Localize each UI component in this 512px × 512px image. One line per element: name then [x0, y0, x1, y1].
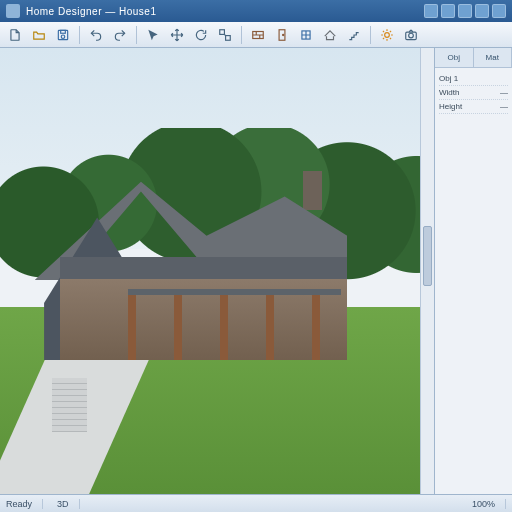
vertical-scrollbar[interactable] — [420, 48, 434, 494]
scene-house — [35, 182, 347, 360]
scene-steps — [52, 378, 87, 432]
panel-tabs: Obj Mat — [435, 48, 512, 68]
window-button[interactable] — [295, 25, 317, 45]
scale-button[interactable] — [214, 25, 236, 45]
wall-icon — [251, 28, 265, 42]
property-value[interactable]: — — [500, 102, 508, 111]
tab-object[interactable]: Obj — [435, 48, 474, 67]
folder-open-icon — [32, 28, 46, 42]
save-button[interactable] — [52, 25, 74, 45]
door-button[interactable] — [271, 25, 293, 45]
svg-point-2 — [61, 35, 65, 39]
roof-button[interactable] — [319, 25, 341, 45]
window-titlebar: Home Designer — House1 — [0, 0, 512, 22]
rotate-button[interactable] — [190, 25, 212, 45]
svg-point-11 — [409, 33, 414, 38]
property-value[interactable]: — — [500, 88, 508, 97]
new-button[interactable] — [4, 25, 26, 45]
workspace: Obj Mat Obj 1Width—Height— — [0, 48, 512, 494]
house-chimney — [303, 171, 322, 210]
property-key: Width — [439, 88, 459, 97]
move-icon — [170, 28, 184, 42]
select-button[interactable] — [142, 25, 164, 45]
svg-rect-3 — [220, 29, 225, 34]
disk-icon — [56, 28, 70, 42]
stairs-icon — [347, 28, 361, 42]
scale-icon — [218, 28, 232, 42]
render-scene — [0, 48, 434, 494]
tray-icon[interactable] — [441, 4, 455, 18]
roof-icon — [323, 28, 337, 42]
door-icon — [275, 28, 289, 42]
tray-icon[interactable] — [424, 4, 438, 18]
window-icon — [299, 28, 313, 42]
wall-button[interactable] — [247, 25, 269, 45]
camera-icon — [404, 28, 418, 42]
status-zoom[interactable]: 100% — [472, 499, 506, 509]
properties-panel: Obj Mat Obj 1Width—Height— — [434, 48, 512, 494]
rotate-icon — [194, 28, 208, 42]
statusbar: Ready 3D 100% — [0, 494, 512, 512]
toolbar-separator — [241, 26, 242, 44]
undo-button[interactable] — [85, 25, 107, 45]
property-key: Height — [439, 102, 462, 111]
status-text: Ready — [6, 499, 43, 509]
toolbar-separator — [136, 26, 137, 44]
camera-button[interactable] — [400, 25, 422, 45]
redo-button[interactable] — [109, 25, 131, 45]
stairs-button[interactable] — [343, 25, 365, 45]
house-porch — [128, 289, 341, 360]
property-row: Height— — [439, 100, 508, 114]
svg-point-7 — [283, 34, 284, 35]
svg-rect-4 — [226, 35, 231, 40]
svg-point-9 — [385, 32, 390, 37]
property-row: Width— — [439, 86, 508, 100]
redo-icon — [113, 28, 127, 42]
window-title: Home Designer — House1 — [26, 6, 418, 17]
render-button[interactable] — [376, 25, 398, 45]
toolbar-separator — [370, 26, 371, 44]
cursor-icon — [146, 28, 160, 42]
app-icon — [6, 4, 20, 18]
property-key: Obj 1 — [439, 74, 458, 83]
main-toolbar — [0, 22, 512, 48]
sun-icon — [380, 28, 394, 42]
tray-icon[interactable] — [475, 4, 489, 18]
tab-material[interactable]: Mat — [474, 48, 513, 67]
toolbar-separator — [79, 26, 80, 44]
status-view-mode: 3D — [57, 499, 80, 509]
move-button[interactable] — [166, 25, 188, 45]
tray-icon[interactable] — [492, 4, 506, 18]
svg-rect-1 — [61, 30, 66, 33]
panel-body: Obj 1Width—Height— — [435, 68, 512, 494]
file-icon — [8, 28, 22, 42]
property-row: Obj 1 — [439, 72, 508, 86]
undo-icon — [89, 28, 103, 42]
scrollbar-thumb[interactable] — [423, 226, 432, 286]
viewport-3d[interactable] — [0, 48, 434, 494]
tray-icon[interactable] — [458, 4, 472, 18]
open-button[interactable] — [28, 25, 50, 45]
titlebar-tray — [424, 4, 506, 18]
